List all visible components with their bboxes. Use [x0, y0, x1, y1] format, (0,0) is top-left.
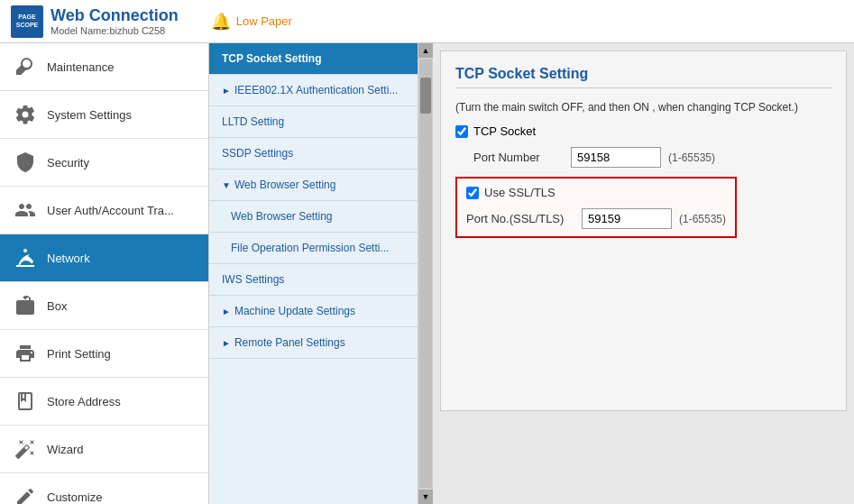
submenu-item-web-browser[interactable]: Web Browser Setting [209, 201, 418, 233]
svg-point-0 [23, 249, 27, 252]
people-icon [13, 197, 38, 223]
app-header: PAGESCOPE Web Connection Model Name:bizh… [0, 0, 854, 43]
shield-icon [13, 150, 38, 175]
submenu-label-file-operation: File Operation Permission Setti... [231, 242, 389, 254]
sidebar-label-box: Box [47, 299, 67, 313]
alert-text: Low Paper [236, 14, 292, 28]
app-title: Web Connection [51, 6, 179, 25]
use-ssl-row: Use SSL/TLS [466, 186, 726, 199]
alert-area: 🔔 Low Paper [211, 12, 292, 32]
app-title-area: Web Connection Model Name:bizhub C258 [51, 6, 179, 36]
arrow-icon-ieee: ► [222, 86, 231, 96]
main-container: Maintenance System Settings Security Use… [0, 43, 854, 504]
submenu-active-header[interactable]: TCP Socket Setting [209, 43, 418, 75]
sidebar-label-security: Security [47, 156, 89, 170]
sidebar: Maintenance System Settings Security Use… [0, 43, 209, 504]
port-ssl-input[interactable] [582, 208, 672, 229]
sidebar-item-store-address[interactable]: Store Address [0, 378, 208, 426]
port-number-hint: (1-65535) [668, 151, 715, 164]
print-icon [13, 341, 38, 366]
sidebar-item-box[interactable]: Box [0, 282, 208, 330]
scroll-up-button[interactable]: ▲ [418, 43, 433, 58]
sidebar-label-system-settings: System Settings [47, 108, 132, 122]
sidebar-label-wizard: Wizard [47, 443, 83, 456]
sidebar-label-print-setting: Print Setting [47, 347, 111, 361]
sidebar-label-user-auth: User Auth/Account Tra... [47, 204, 174, 217]
content-panel: TCP Socket Setting (Turn the main switch… [440, 50, 847, 411]
content-note: (Turn the main switch OFF, and then ON ,… [455, 101, 831, 114]
submenu-label-remote-panel: Remote Panel Settings [234, 336, 345, 349]
port-number-row: Port Number (1-65535) [455, 147, 831, 168]
submenu-label-web-browser: Web Browser Setting [231, 210, 333, 223]
port-number-input[interactable] [571, 147, 661, 168]
model-name: Model Name:bizhub C258 [51, 25, 179, 36]
submenu-label-web-browser-header: Web Browser Setting [234, 179, 336, 191]
port-ssl-label: Port No.(SSL/TLS) [466, 212, 574, 225]
submenu: TCP Socket Setting ► IEEE802.1X Authenti… [209, 43, 418, 504]
book-icon [13, 389, 38, 414]
box-icon [13, 293, 38, 318]
submenu-item-machine-update[interactable]: ► Machine Update Settings [209, 296, 418, 327]
pagescope-logo: PAGESCOPE [11, 5, 43, 38]
sidebar-item-user-auth[interactable]: User Auth/Account Tra... [0, 187, 208, 234]
arrow-icon-web: ▼ [222, 180, 231, 190]
tcp-socket-checkbox[interactable] [455, 125, 468, 138]
submenu-label-iws: IWS Settings [222, 273, 284, 286]
submenu-item-remote-panel[interactable]: ► Remote Panel Settings [209, 327, 418, 359]
submenu-label-ieee802: IEEE802.1X Authentication Setti... [234, 84, 398, 96]
port-number-label: Port Number [455, 151, 564, 164]
submenu-label-ssdp: SSDP Settings [222, 147, 293, 160]
port-ssl-hint: (1-65535) [679, 213, 726, 225]
submenu-active-label: TCP Socket Setting [222, 52, 321, 65]
sidebar-item-maintenance[interactable]: Maintenance [0, 43, 208, 91]
logo-area: PAGESCOPE Web Connection Model Name:bizh… [11, 5, 179, 38]
submenu-label-machine-update: Machine Update Settings [234, 305, 355, 317]
bell-icon: 🔔 [211, 12, 231, 32]
submenu-item-file-operation[interactable]: File Operation Permission Setti... [209, 233, 418, 264]
use-ssl-checkbox[interactable] [466, 187, 479, 199]
arrow-icon-machine: ► [222, 307, 231, 316]
sidebar-item-customize[interactable]: Customize [0, 473, 208, 504]
sidebar-item-system-settings[interactable]: System Settings [0, 91, 208, 139]
scrollbar[interactable]: ▲ ▼ [418, 43, 433, 504]
magic-icon [13, 436, 38, 462]
submenu-label-lltd: LLTD Setting [222, 115, 284, 128]
arrow-icon-remote: ► [222, 338, 231, 348]
submenu-item-iws[interactable]: IWS Settings [209, 264, 418, 296]
sidebar-label-maintenance: Maintenance [47, 60, 114, 74]
sidebar-item-network[interactable]: Network [0, 234, 208, 282]
sidebar-item-print-setting[interactable]: Print Setting [0, 330, 208, 378]
submenu-item-lltd[interactable]: LLTD Setting [209, 106, 418, 138]
network-icon [13, 245, 38, 270]
submenu-item-web-browser-header[interactable]: ▼ Web Browser Setting [209, 170, 418, 201]
content-area: TCP Socket Setting (Turn the main switch… [433, 43, 854, 504]
sidebar-item-wizard[interactable]: Wizard [0, 426, 208, 473]
tcp-socket-label: TCP Socket [473, 124, 536, 138]
sidebar-label-network: Network [47, 252, 90, 265]
wrench-icon [13, 54, 38, 79]
sidebar-item-security[interactable]: Security [0, 139, 208, 187]
submenu-item-ieee802[interactable]: ► IEEE802.1X Authentication Setti... [209, 75, 418, 106]
submenu-item-ssdp[interactable]: SSDP Settings [209, 138, 418, 170]
port-ssl-row: Port No.(SSL/TLS) (1-65535) [466, 208, 726, 229]
scroll-down-button[interactable]: ▼ [418, 490, 433, 504]
use-ssl-label: Use SSL/TLS [484, 186, 556, 199]
scroll-thumb[interactable] [420, 78, 431, 114]
gear-icon [13, 102, 38, 127]
scroll-track [419, 60, 432, 488]
pencil-icon [13, 484, 38, 504]
tcp-socket-row: TCP Socket [455, 124, 831, 138]
sidebar-label-customize: Customize [47, 490, 102, 504]
ssl-tls-box: Use SSL/TLS Port No.(SSL/TLS) (1-65535) [455, 177, 737, 238]
sidebar-label-store-address: Store Address [47, 395, 121, 408]
content-title: TCP Socket Setting [455, 66, 831, 88]
